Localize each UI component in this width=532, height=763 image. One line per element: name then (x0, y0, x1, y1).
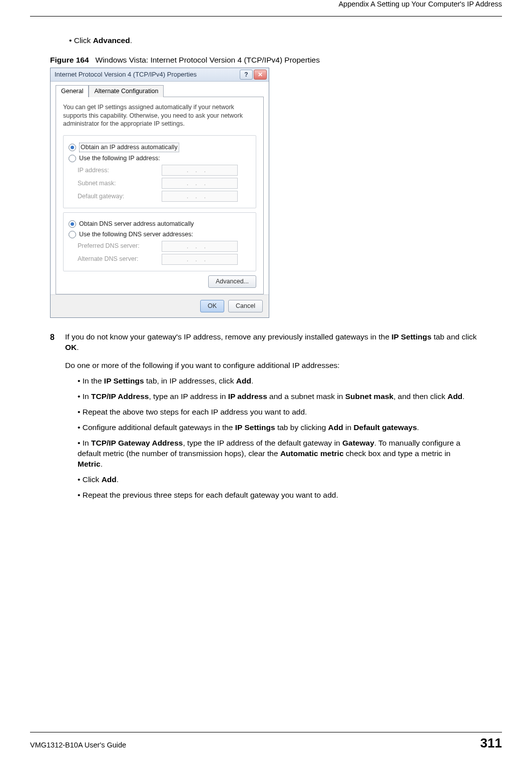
preferred-dns-input[interactable]: ... (162, 241, 238, 252)
radio-use-ip[interactable] (69, 155, 76, 162)
header-appendix: Appendix A Setting up Your Computer's IP… (30, 0, 502, 10)
ok-button[interactable]: OK (200, 300, 224, 312)
help-button[interactable]: ? (240, 70, 253, 80)
dialog-title: Internet Protocol Version 4 (TCP/IPv4) P… (53, 70, 197, 79)
page-footer: VMG1312-B10A User's Guide 311 (30, 732, 502, 751)
subnet-mask-label: Subnet mask: (78, 179, 158, 188)
tab-general[interactable]: General (56, 85, 89, 97)
bul4-t3: in (343, 423, 354, 432)
bul2-b1: TCP/IP Address (91, 392, 149, 401)
bul4-b2: Add (328, 423, 343, 432)
step-8: 8 If you do not know your gateway's IP a… (50, 332, 482, 353)
tab-alternate-configuration[interactable]: Alternate Configuration (89, 85, 164, 97)
intro-bullet: Click Advanced. (69, 36, 502, 46)
footer-page-number: 311 (480, 735, 502, 751)
bul2-t1: In (83, 392, 91, 401)
bul2-b2: IP address (228, 392, 267, 401)
step8-t1: If you do not know your gateway's IP add… (65, 332, 391, 341)
bul7-t1: Repeat the previous three steps for each… (83, 491, 338, 499)
radio-obtain-ip-auto-label: Obtain an IP address automatically (79, 143, 179, 152)
alternate-dns-label: Alternate DNS server: (78, 255, 158, 263)
radio-use-ip-label: Use the following IP address: (79, 154, 160, 163)
bul6-t2: . (117, 475, 119, 484)
intro-bullet-suffix: . (130, 36, 132, 45)
bullet-default-gateways: Configure additional default gateways in… (78, 423, 472, 433)
step8-b2: OK (65, 343, 77, 351)
bul1-b2: Add (236, 376, 251, 385)
bul2-t2: , type an IP address in (149, 392, 228, 401)
radio-obtain-dns-auto[interactable] (69, 220, 76, 228)
bul1-b1: IP Settings (104, 376, 144, 385)
bul5-b3: Automatic metric (280, 449, 344, 458)
bul2-b3: Subnet mask (345, 392, 393, 401)
ip-address-input[interactable]: ... (162, 165, 238, 176)
alternate-dns-input[interactable]: ... (162, 254, 238, 265)
bullet-tcpip-address: In TCP/IP Address, type an IP address in… (78, 392, 472, 402)
bul5-t4: check box and type a metric in (344, 449, 451, 458)
bullet-tcpip-gateway: In TCP/IP Gateway Address, type the IP a… (78, 438, 472, 470)
bul5-t5: . (101, 460, 103, 468)
bullet-repeat-gateway: Repeat the previous three steps for each… (78, 490, 472, 501)
radio-use-dns[interactable] (69, 231, 76, 238)
bul1-t2: tab, in IP addresses, click (144, 376, 236, 385)
bul2-t5: . (462, 392, 464, 401)
bul6-t1: Click (83, 475, 102, 484)
step-8-number: 8 (50, 332, 65, 353)
bul5-t2: , type the IP address of the default gat… (183, 439, 342, 447)
para-do-more: Do one or more of the following if you w… (65, 360, 482, 371)
bul5-b4: Metric (78, 460, 101, 468)
ip-address-label: IP address: (78, 166, 158, 175)
bul5-b1: TCP/IP Gateway Address (91, 439, 183, 447)
tcpip-dialog: Internet Protocol Version 4 (TCP/IPv4) P… (50, 68, 269, 318)
bul3-t1: Repeat the above two steps for each IP a… (83, 408, 307, 416)
radio-use-dns-label: Use the following DNS server addresses: (79, 230, 193, 239)
footer-guide-name: VMG1312-B10A User's Guide (30, 741, 126, 749)
bul4-b3: Default gateways (353, 423, 417, 432)
header-rule (30, 16, 502, 17)
figure-caption: Figure 164 Windows Vista: Internet Proto… (50, 55, 502, 66)
bul4-b1: IP Settings (235, 423, 275, 432)
bul4-t4: . (417, 423, 419, 432)
figure-label: Figure 164 (50, 56, 89, 64)
radio-obtain-dns-auto-label: Obtain DNS server address automatically (79, 220, 194, 228)
bullet-ip-settings-add: In the IP Settings tab, in IP addresses,… (78, 376, 472, 387)
figure-caption-text: Windows Vista: Internet Protocol Version… (95, 56, 320, 64)
bul5-b2: Gateway (342, 439, 374, 447)
step8-t2: tab and click (431, 332, 476, 341)
bul4-t1: Configure additional default gateways in… (83, 423, 235, 432)
bul2-t3: and a subnet mask in (267, 392, 345, 401)
default-gateway-label: Default gateway: (78, 192, 158, 201)
ip-group: Obtain an IP address automatically Use t… (63, 135, 256, 208)
preferred-dns-label: Preferred DNS server: (78, 242, 158, 250)
radio-obtain-ip-auto[interactable] (69, 144, 76, 151)
intro-bullet-prefix: Click (74, 36, 93, 45)
step8-t3: . (77, 343, 79, 351)
bul1-t1: In the (83, 376, 104, 385)
bul5-t1: In (83, 439, 91, 447)
advanced-button[interactable]: Advanced... (208, 275, 256, 288)
step-8-body: If you do not know your gateway's IP add… (65, 332, 482, 353)
cancel-button[interactable]: Cancel (228, 300, 263, 312)
bullet-click-add: Click Add. (78, 475, 472, 485)
bul6-b1: Add (102, 475, 117, 484)
close-button[interactable]: ✕ (254, 70, 267, 80)
bullet-repeat-ip: Repeat the above two steps for each IP a… (78, 407, 472, 418)
dialog-titlebar: Internet Protocol Version 4 (TCP/IPv4) P… (51, 68, 269, 82)
subnet-mask-input[interactable]: ... (162, 178, 238, 189)
bul1-t3: . (251, 376, 253, 385)
default-gateway-input[interactable]: ... (162, 191, 238, 202)
bul2-t4: , and then click (393, 392, 447, 401)
dialog-description: You can get IP settings assigned automat… (63, 103, 256, 129)
intro-bullet-bold: Advanced (93, 36, 130, 45)
dns-group: Obtain DNS server address automatically … (63, 212, 256, 271)
step8-b1: IP Settings (391, 332, 431, 341)
bul2-b4: Add (447, 392, 462, 401)
bul4-t2: tab by clicking (275, 423, 328, 432)
